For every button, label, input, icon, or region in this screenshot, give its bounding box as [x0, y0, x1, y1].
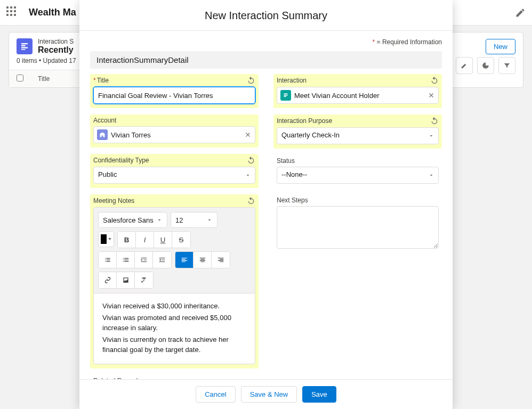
undo-icon[interactable]: [247, 156, 255, 165]
image-button[interactable]: [117, 272, 135, 288]
account-label: Account: [93, 117, 116, 124]
undo-icon[interactable]: [247, 197, 255, 205]
undo-icon[interactable]: [430, 76, 439, 85]
interaction-lookup[interactable]: Meet Vivian Account Holder: [277, 87, 439, 104]
strike-button[interactable]: S: [172, 232, 190, 248]
save-button[interactable]: Save: [302, 386, 336, 403]
clear-format-button[interactable]: [135, 272, 153, 288]
font-size-select[interactable]: 12: [171, 212, 217, 228]
align-center-button[interactable]: [194, 252, 212, 268]
clear-icon[interactable]: [244, 131, 252, 138]
status-select[interactable]: --None--: [277, 167, 439, 184]
italic-button[interactable]: I: [136, 232, 154, 248]
meeting-notes-editor[interactable]: Vivian received a $30,000 inheritance. V…: [94, 293, 255, 364]
undo-icon[interactable]: [247, 76, 255, 85]
chevron-down-icon: [156, 217, 163, 223]
modal-title: New Interaction Summary: [79, 0, 453, 31]
cancel-button[interactable]: Cancel: [196, 386, 235, 403]
bold-button[interactable]: B: [118, 232, 136, 248]
underline-button[interactable]: U: [154, 232, 172, 248]
account-icon: [97, 129, 108, 140]
save-and-new-button[interactable]: Save & New: [241, 386, 297, 403]
interaction-purpose-label: Interaction Purpose: [277, 117, 332, 125]
account-lookup[interactable]: Vivian Torres: [93, 126, 255, 143]
title-input[interactable]: [93, 87, 255, 104]
next-steps-label: Next Steps: [277, 197, 308, 204]
undo-icon[interactable]: [430, 117, 439, 125]
confidentiality-select[interactable]: Public: [93, 167, 255, 184]
align-right-button[interactable]: [212, 252, 230, 268]
clear-icon[interactable]: [428, 92, 435, 99]
outdent-button[interactable]: [153, 252, 171, 268]
align-left-button[interactable]: [175, 252, 194, 268]
interaction-label: Interaction: [277, 77, 307, 84]
next-steps-textarea[interactable]: [277, 206, 439, 249]
chevron-down-icon: [206, 217, 213, 223]
number-list-button[interactable]: [117, 252, 135, 268]
related-record-label: Related Record: [93, 377, 138, 380]
required-note: * = Required Information: [90, 38, 442, 46]
interaction-icon: [280, 90, 291, 101]
status-label: Status: [277, 157, 295, 165]
link-button[interactable]: [99, 272, 117, 288]
interaction-purpose-select[interactable]: Quarterly Check-In: [277, 127, 439, 144]
meeting-notes-label: Meeting Notes: [93, 197, 134, 204]
account-value: Vivian Torres: [111, 131, 241, 139]
font-select[interactable]: Salesforce Sans: [98, 212, 167, 228]
interaction-value: Meet Vivian Account Holder: [294, 92, 424, 100]
bullet-list-button[interactable]: [99, 252, 117, 268]
text-color-button[interactable]: [98, 231, 114, 247]
title-label: *Title: [93, 77, 109, 84]
indent-button[interactable]: [135, 252, 153, 268]
confidentiality-label: Confidentiality Type: [93, 157, 149, 164]
section-title: InteractionSummaryDetail: [90, 51, 442, 69]
